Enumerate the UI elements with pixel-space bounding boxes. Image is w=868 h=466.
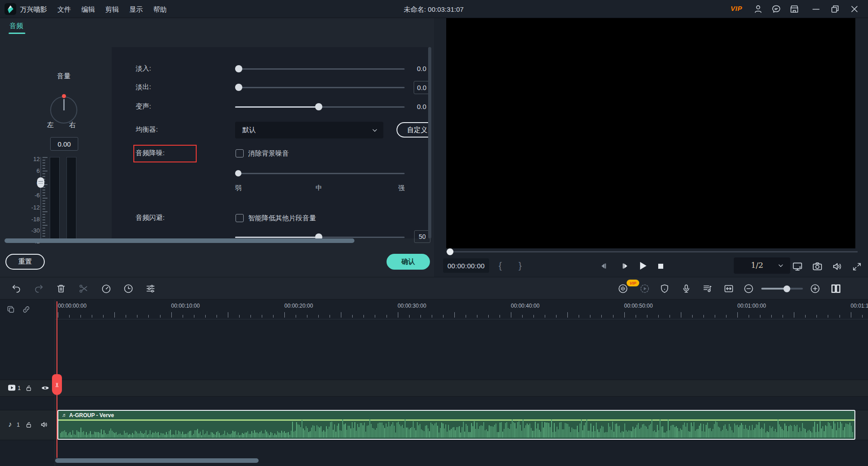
- ruler-tick: [443, 315, 443, 318]
- pitch-slider[interactable]: [235, 103, 405, 110]
- timeline-horizontal-scrollbar[interactable]: [55, 458, 259, 463]
- video-track-lane[interactable]: [0, 380, 868, 397]
- dual-monitor-icon[interactable]: [792, 261, 803, 272]
- preview-seekbar-handle[interactable]: [447, 248, 453, 255]
- confirm-button[interactable]: 确认: [387, 254, 430, 270]
- menu-edit[interactable]: 编辑: [81, 5, 95, 14]
- speed-icon[interactable]: [101, 283, 112, 294]
- mark-in-button[interactable]: {: [499, 260, 502, 271]
- preview-volume-icon[interactable]: [831, 261, 843, 272]
- duration-clock-icon[interactable]: [123, 283, 134, 294]
- close-button[interactable]: [849, 4, 860, 14]
- fade-out-value-input[interactable]: 0.0: [414, 81, 430, 94]
- preview-quality-value: 1/2: [751, 261, 763, 270]
- ruler-tick: [363, 315, 364, 318]
- menu-view[interactable]: 显示: [129, 5, 143, 14]
- db-slider-track: [40, 157, 41, 241]
- ruler-tick: [114, 312, 115, 318]
- volume-value-input[interactable]: 0.00: [50, 137, 78, 151]
- db-slider-handle[interactable]: [37, 177, 44, 188]
- filmora-app-window: 万兴喵影 文件 编辑 剪辑 显示 帮助 未命名: 00:03:31:07 VIP…: [0, 0, 868, 466]
- record-voiceover-icon[interactable]: [681, 283, 692, 294]
- denoise-checkbox-label: 消除背景噪音: [248, 149, 289, 158]
- vip-badge[interactable]: VIP: [731, 5, 742, 12]
- preview-video-area[interactable]: [446, 18, 855, 248]
- ruler-tick: [194, 315, 194, 318]
- ducking-checkbox-label: 智能降低其他片段音量: [248, 214, 316, 223]
- pitch-value: 0.0: [405, 103, 426, 110]
- ruler-tick: [217, 315, 217, 318]
- reset-button[interactable]: 重置: [5, 254, 45, 270]
- ruler-tick: [183, 315, 183, 318]
- playhead-scissors-handle[interactable]: ✂: [52, 374, 62, 395]
- zoom-out-icon[interactable]: [743, 283, 754, 294]
- duplicate-icon[interactable]: [6, 305, 15, 314]
- equalizer-dropdown[interactable]: 默认: [235, 122, 383, 138]
- volume-knob-dot: [62, 94, 66, 98]
- equalizer-selected: 默认: [242, 126, 256, 134]
- link-icon[interactable]: [22, 305, 31, 314]
- audio-clip[interactable]: ♬ A-GROUP - Verve: [57, 410, 855, 440]
- store-icon[interactable]: [789, 4, 800, 14]
- ruler-tick: [375, 315, 375, 318]
- fade-out-slider[interactable]: [235, 84, 405, 91]
- play-button[interactable]: [637, 260, 649, 272]
- ruler-label: 00:00:50:00: [624, 303, 653, 309]
- denoise-weak-label: 弱: [235, 184, 241, 192]
- db-scale-ticks: [42, 157, 49, 243]
- timeline-ruler[interactable]: 00:00:00:0000:00:10:0000:00:20:0000:00:3…: [55, 300, 868, 319]
- audio-mixer-icon[interactable]: [702, 283, 713, 294]
- menu-help[interactable]: 帮助: [153, 5, 167, 14]
- ruler-tick: [805, 315, 806, 318]
- video-track-lock-icon[interactable]: [25, 384, 33, 392]
- ducking-checkbox[interactable]: [236, 214, 244, 222]
- ruler-tick: [92, 315, 92, 318]
- fullscreen-icon[interactable]: [852, 262, 862, 272]
- stop-button[interactable]: [656, 262, 665, 271]
- mark-out-button[interactable]: }: [519, 260, 522, 271]
- snapshot-camera-icon[interactable]: [811, 261, 823, 272]
- render-preview-icon[interactable]: [639, 283, 650, 294]
- delete-icon[interactable]: [56, 283, 66, 294]
- ruler-tick: [783, 315, 783, 318]
- ruler-tick: [69, 315, 70, 318]
- fade-in-value: 0.0: [405, 65, 426, 72]
- previous-frame-button[interactable]: [599, 261, 609, 271]
- redo-icon[interactable]: [33, 283, 44, 294]
- panel-layout-icon[interactable]: [830, 283, 842, 295]
- feedback-icon[interactable]: [771, 4, 782, 14]
- account-icon[interactable]: [753, 4, 764, 14]
- app-logo-icon[interactable]: [5, 3, 16, 15]
- menu-clip[interactable]: 剪辑: [105, 5, 119, 14]
- minimize-button[interactable]: [811, 4, 821, 14]
- split-scissors-icon[interactable]: [78, 283, 89, 294]
- marker-icon[interactable]: [659, 283, 670, 294]
- ruler-tick: [273, 315, 274, 318]
- audio-track-lock-icon[interactable]: [25, 421, 33, 429]
- ruler-tick: [160, 315, 160, 318]
- audio-track-mute-icon[interactable]: [40, 421, 49, 428]
- equalizer-customize-button[interactable]: 自定义: [396, 122, 431, 138]
- denoise-strength-slider[interactable]: [235, 170, 405, 177]
- panel-vertical-scrollbar[interactable]: [428, 47, 431, 238]
- video-track-visibility-icon[interactable]: [41, 385, 50, 391]
- fade-in-slider[interactable]: [235, 65, 405, 72]
- level-meter-right: [66, 157, 76, 241]
- restore-button[interactable]: [830, 4, 840, 14]
- ruler-tick: [862, 315, 863, 318]
- adjust-icon[interactable]: [145, 283, 156, 294]
- panel-horizontal-scrollbar[interactable]: [5, 238, 354, 243]
- next-frame-button[interactable]: [620, 261, 630, 271]
- preview-seekbar[interactable]: [446, 251, 858, 252]
- zoom-in-icon[interactable]: [810, 283, 821, 294]
- denoise-checkbox[interactable]: [236, 149, 244, 157]
- preview-quality-dropdown[interactable]: 1/2: [734, 257, 790, 274]
- ruler-tick: [137, 315, 137, 318]
- ruler-tick: [647, 315, 647, 318]
- menu-file[interactable]: 文件: [57, 5, 71, 14]
- fit-timeline-icon[interactable]: [723, 283, 734, 294]
- undo-icon[interactable]: [11, 283, 22, 294]
- timeline-zoom-slider[interactable]: [761, 288, 803, 290]
- tab-audio[interactable]: 音频: [9, 22, 23, 30]
- ruler-tick: [80, 315, 81, 318]
